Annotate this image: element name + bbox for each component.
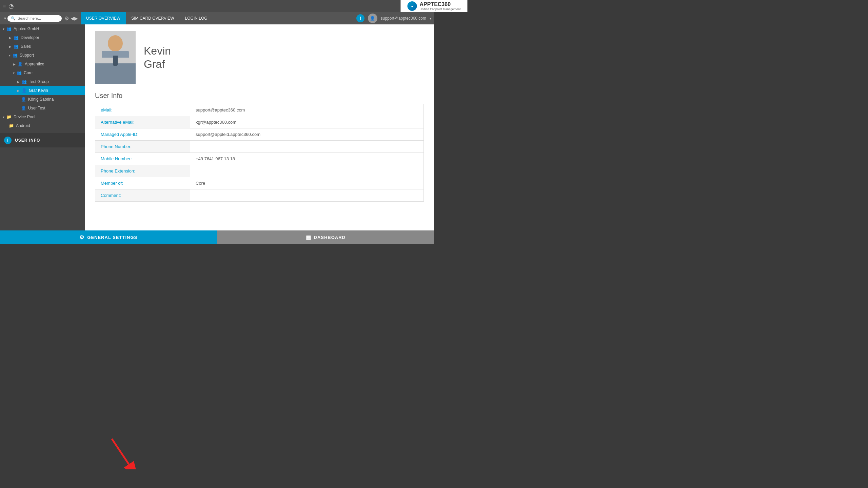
user-name-block: Kevin Graf <box>144 44 171 70</box>
field-label: Alternative eMail: <box>95 116 190 128</box>
sidebar-item-support[interactable]: ▾ 👥 Support <box>0 51 85 60</box>
sidebar-item-sales[interactable]: ▶ 👥 Sales <box>0 42 85 51</box>
field-label: Phone Extension: <box>95 165 190 177</box>
tab-sim-card-overview[interactable]: SIM CARD OVERVIEW <box>126 12 179 24</box>
logo-subtext: Unified Endpoint Management <box>419 7 434 11</box>
field-value <box>190 189 424 202</box>
general-settings-button[interactable]: ⚙ GENERAL SETTINGS <box>0 230 217 244</box>
field-label: eMail: <box>95 104 190 116</box>
table-row: Alternative eMail: kgr@apptec360.com <box>95 116 424 128</box>
alert-icon[interactable]: ! <box>356 14 364 22</box>
user-icon-grafkevin: 👤 <box>22 88 27 93</box>
table-row: Mobile Number: +49 7641 967 13 18 <box>95 153 424 165</box>
user-info-title: User Info <box>95 92 424 100</box>
sidebar-item-testgroup[interactable]: ▶ 👥 Test Group <box>0 77 85 86</box>
field-label: Managed Apple-ID: <box>95 128 190 141</box>
sidebar-label-apptec: Apptec GmbH <box>14 26 39 31</box>
tree-expand-icon: ▾ <box>3 27 4 31</box>
avatar: 👤 <box>368 14 377 23</box>
sidebar-label-android: Android <box>16 123 30 128</box>
table-row: Member of: Core <box>95 177 424 189</box>
user-last-name: Graf <box>144 58 171 70</box>
tree-expand-icon-support: ▾ <box>9 54 11 57</box>
field-label: Mobile Number: <box>95 153 190 165</box>
main-layout: ▾ 👥 Apptec GmbH ▶ 👥 Developer ▶ 👥 Sales … <box>0 24 434 230</box>
info-icon: i <box>4 137 12 144</box>
tree-expand-icon-core: ▾ <box>13 71 15 75</box>
sidebar-item-usertest[interactable]: 👤 User Test <box>0 104 85 113</box>
sidebar-label-testgroup: Test Group <box>29 79 49 84</box>
dashboard-button[interactable]: ▦ DASHBOARD <box>217 230 434 244</box>
clock-icon[interactable]: ◔ <box>8 2 14 10</box>
dashboard-icon: ▦ <box>306 234 311 241</box>
user-header: Kevin Graf <box>95 31 424 84</box>
tree-expand-icon-testgroup: ▶ <box>17 80 20 84</box>
sidebar-label-devicepool: Device Pool <box>14 115 35 119</box>
field-value <box>190 165 424 177</box>
nav-dropdown[interactable]: ▾ <box>3 16 7 21</box>
user-icon-usertest: 👤 <box>21 106 26 110</box>
bottom-bar: ⚙ GENERAL SETTINGS ▦ DASHBOARD <box>0 230 434 244</box>
gear-icon[interactable]: ⚙ <box>64 15 69 22</box>
tree-expand-icon-devicepool: ▾ <box>3 115 4 119</box>
group-icon-testgroup: 👥 <box>22 79 27 84</box>
group-icon-developer: 👥 <box>14 35 19 40</box>
tree-expand-icon-grafkevin: ▶ <box>17 89 20 93</box>
user-info-table: eMail: support@apptec360.com Alternative… <box>95 104 424 202</box>
field-value <box>190 141 424 153</box>
org-icon: 👥 <box>6 26 12 31</box>
field-value: Core <box>190 177 424 189</box>
field-value: support@appleid.apptec360.com <box>190 128 424 141</box>
field-value: +49 7641 967 13 18 <box>190 153 424 165</box>
field-value: support@apptec360.com <box>190 104 424 116</box>
sidebar-item-core[interactable]: ▾ 👥 Core <box>0 68 85 77</box>
folder-icon-android: 📁 <box>9 123 14 128</box>
tab-user-overview[interactable]: USER OVERVIEW <box>81 12 126 24</box>
settings-icon: ⚙ <box>79 234 84 241</box>
table-row: eMail: support@apptec360.com <box>95 104 424 116</box>
field-value: kgr@apptec360.com <box>190 116 424 128</box>
user-dropdown-caret[interactable]: ▾ <box>430 17 431 20</box>
sidebar-label-grafkevin: Graf Kevin <box>29 88 48 93</box>
logo-text: APPTEC360 <box>419 1 434 7</box>
sidebar-label-core: Core <box>24 70 33 75</box>
search-input[interactable] <box>18 16 58 20</box>
table-row: Comment: <box>95 189 424 202</box>
folder-icon-devicepool: 📁 <box>6 115 12 119</box>
tree-expand-icon-apprentice: ▶ <box>13 62 16 66</box>
top-header: ≡ ◔ ● APPTEC360 Unified Endpoint Managem… <box>0 0 434 12</box>
sidebar-item-grafkevin[interactable]: ▶ 👤 Graf Kevin <box>0 86 85 95</box>
user-info-label: USER INFO <box>15 138 40 143</box>
sidebar-label-apprentice: Apprentice <box>25 62 44 66</box>
nav-arrow-right[interactable]: ▶ <box>74 16 78 21</box>
sidebar-label-konigsabrina: König Sabrina <box>28 97 54 102</box>
content-area: Kevin Graf User Info eMail: support@appt… <box>85 24 434 230</box>
sidebar-label-support: Support <box>20 53 34 58</box>
user-first-name: Kevin <box>144 44 171 57</box>
sidebar-item-developer[interactable]: ▶ 👥 Developer <box>0 33 85 42</box>
table-row: Phone Extension: <box>95 165 424 177</box>
group-icon-support: 👥 <box>13 53 18 58</box>
sidebar-item-apprentice[interactable]: ▶ 👤 Apprentice <box>0 60 85 68</box>
sidebar-item-android[interactable]: 📁 Android <box>0 121 85 130</box>
search-icon: 🔍 <box>11 16 16 21</box>
field-label: Comment: <box>95 189 190 202</box>
search-box[interactable]: 🔍 <box>7 15 62 22</box>
sidebar-item-devicepool[interactable]: ▾ 📁 Device Pool <box>0 113 85 121</box>
group-icon-sales: 👥 <box>14 44 19 49</box>
sidebar-label-usertest: User Test <box>28 106 45 110</box>
sidebar-item-apptec[interactable]: ▾ 👥 Apptec GmbH <box>0 24 85 33</box>
nav-bar: ▾ 🔍 ⚙ ◀ ▶ USER OVERVIEW SIM CARD OVERVIE… <box>0 12 434 24</box>
nav-arrow-left[interactable]: ◀ <box>71 16 74 21</box>
tree-expand-icon-sales: ▶ <box>9 45 12 48</box>
user-icon-konigsabrina: 👤 <box>21 97 26 102</box>
tab-login-log[interactable]: LOGIN LOG <box>180 12 213 24</box>
hamburger-icon[interactable]: ≡ <box>3 3 6 9</box>
field-label: Phone Number: <box>95 141 190 153</box>
table-row: Phone Number: <box>95 141 424 153</box>
user-email[interactable]: support@apptec360.com <box>381 16 426 21</box>
sidebar-label-developer: Developer <box>21 35 39 40</box>
sidebar-item-konigsabrina[interactable]: 👤 König Sabrina <box>0 95 85 104</box>
logo-icon: ● <box>407 1 417 11</box>
settings-label: GENERAL SETTINGS <box>87 235 137 240</box>
